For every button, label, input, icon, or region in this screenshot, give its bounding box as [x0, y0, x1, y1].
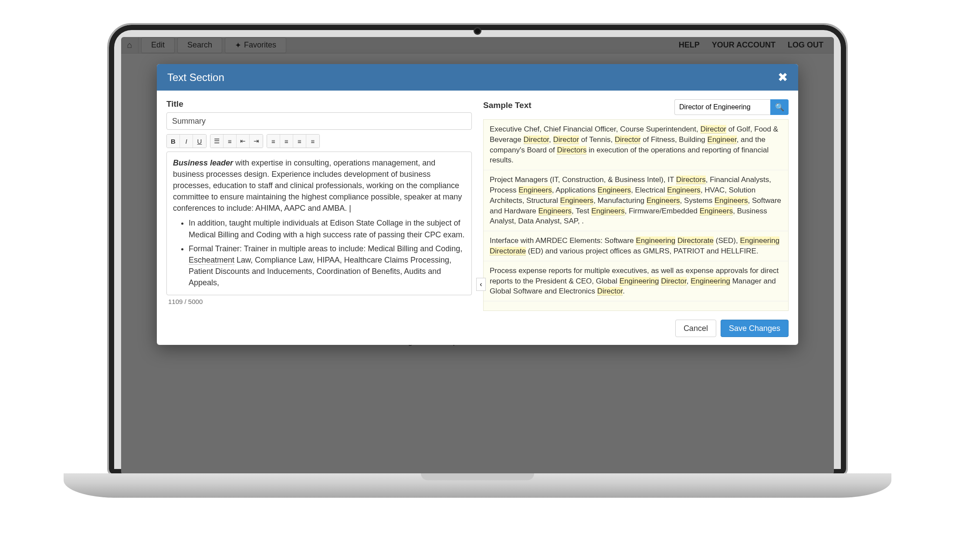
bullet-list-button[interactable]: ☰ — [210, 135, 224, 148]
char-counter: 1109 / 5000 — [166, 295, 472, 308]
collapse-panel-button[interactable]: ‹ — [476, 278, 486, 291]
sample-text-item[interactable]: Executive Chef, Chief Financial Officer,… — [484, 120, 788, 170]
editor-toolbar: B I U ☰ ≡ ⇤ ⇥ ≡ — [166, 134, 472, 148]
search-icon: 🔍 — [775, 103, 784, 112]
title-input[interactable] — [166, 112, 472, 130]
rich-text-editor[interactable]: Business leader with expertise in consul… — [166, 152, 472, 295]
sample-search-input[interactable] — [674, 99, 770, 115]
indent-button[interactable]: ⇥ — [250, 135, 263, 148]
italic-button[interactable]: I — [180, 135, 193, 148]
app-screen: ⌂ Edit Search ✦Favorites HELP YOUR ACCOU… — [121, 37, 834, 474]
title-label: Title — [166, 99, 472, 109]
chevron-left-icon: ‹ — [480, 280, 482, 288]
list-item: Formal Trainer: Trainer in multiple area… — [189, 243, 465, 288]
list-item: In addition, taught multiple individuals… — [189, 217, 465, 240]
sample-text-pane: Sample Text 🔍 Executive Chef, Chief Fina… — [483, 99, 789, 311]
align-left-button[interactable]: ≡ — [267, 135, 280, 148]
align-center-button[interactable]: ≡ — [280, 135, 293, 148]
cancel-button[interactable]: Cancel — [675, 320, 716, 337]
align-justify-button[interactable]: ≡ — [306, 135, 319, 148]
align-right-button[interactable]: ≡ — [293, 135, 306, 148]
laptop-notch — [421, 473, 534, 480]
laptop-screen-bezel: ⌂ Edit Search ✦Favorites HELP YOUR ACCOU… — [107, 23, 848, 476]
sample-text-label: Sample Text — [483, 101, 532, 110]
modal-header: Text Section ✖ — [157, 64, 798, 91]
numbered-list-button[interactable]: ≡ — [224, 135, 237, 148]
search-button[interactable]: 🔍 — [770, 99, 789, 115]
laptop-frame: ⌂ Edit Search ✦Favorites HELP YOUR ACCOU… — [64, 23, 891, 537]
save-changes-button[interactable]: Save Changes — [721, 320, 789, 337]
editor-pane: Title B I U ☰ ≡ ⇤ — [166, 99, 472, 311]
close-icon[interactable]: ✖ — [778, 70, 788, 84]
outdent-button[interactable]: ⇤ — [237, 135, 250, 148]
camera-icon — [475, 28, 480, 34]
text-caret: | — [347, 204, 351, 213]
modal-footer: Cancel Save Changes — [157, 315, 798, 345]
bold-button[interactable]: B — [167, 135, 180, 148]
underline-button[interactable]: U — [193, 135, 206, 148]
sample-text-list[interactable]: Executive Chef, Chief Financial Officer,… — [483, 119, 789, 311]
sample-text-item[interactable]: Process expense reports for multiple exe… — [484, 261, 788, 301]
laptop-base — [64, 473, 891, 498]
modal-title: Text Section — [167, 71, 224, 84]
sample-text-item[interactable]: Project Managers (IT, Construction, & Bu… — [484, 170, 788, 231]
text-section-modal: Text Section ✖ Title B I U — [157, 64, 798, 345]
sample-text-item[interactable]: Interface with AMRDEC Elements: Software… — [484, 231, 788, 261]
